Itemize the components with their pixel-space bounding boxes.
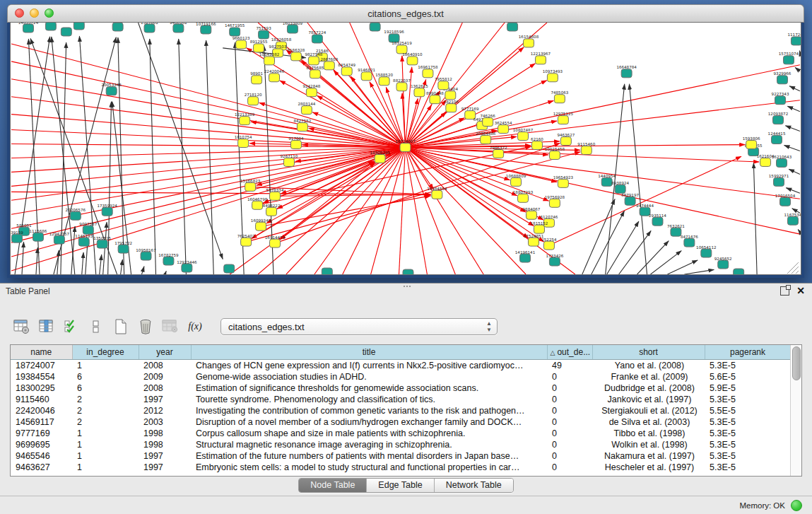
graph-node[interactable] xyxy=(301,106,312,115)
graph-node[interactable] xyxy=(173,24,184,33)
float-panel-icon[interactable] xyxy=(780,286,789,296)
table-row[interactable]: 911546021997Tourette syndrome. Phenomeno… xyxy=(11,394,791,405)
graph-node[interactable] xyxy=(245,182,256,191)
graph-node[interactable] xyxy=(518,132,529,141)
graph-node[interactable] xyxy=(438,81,449,90)
cell-in_degree[interactable]: 1 xyxy=(72,462,139,473)
graph-node[interactable] xyxy=(290,141,301,149)
graph-node[interactable] xyxy=(481,136,491,144)
graph-node[interactable] xyxy=(70,211,81,220)
cell-pagerank[interactable]: 5.3E-5 xyxy=(705,428,791,439)
cell-out[interactable]: 0 xyxy=(547,394,592,405)
graph-node[interactable] xyxy=(549,199,560,207)
graph-node[interactable] xyxy=(341,67,352,76)
graph-node[interactable] xyxy=(312,35,322,43)
graph-node[interactable] xyxy=(236,40,247,49)
graph-node[interactable] xyxy=(144,24,155,33)
cell-short[interactable]: Jankovic et al. (1997) xyxy=(592,394,705,405)
graph-node[interactable] xyxy=(543,241,554,250)
zoom-window-button[interactable] xyxy=(45,8,54,18)
cell-pagerank[interactable]: 5.3E-5 xyxy=(705,450,791,462)
cell-title[interactable]: Corpus callosum shape and size in male p… xyxy=(191,428,547,439)
graph-node[interactable] xyxy=(558,116,568,124)
graph-node[interactable] xyxy=(526,211,537,219)
cell-in_degree[interactable]: 6 xyxy=(72,382,139,394)
graph-node[interactable] xyxy=(787,216,798,225)
graph-node[interactable] xyxy=(615,185,625,193)
graph-node[interactable] xyxy=(549,257,560,266)
graph-node[interactable] xyxy=(97,240,107,248)
graph-node[interactable] xyxy=(518,194,529,202)
graph-node[interactable] xyxy=(498,125,509,134)
cell-pagerank[interactable]: 5.9E-5 xyxy=(705,382,791,394)
graph-node[interactable] xyxy=(283,158,294,166)
cell-in_degree[interactable]: 6 xyxy=(72,371,139,382)
graph-node[interactable] xyxy=(23,24,34,33)
cell-pagerank[interactable]: 5.3E-5 xyxy=(705,439,791,450)
graph-node[interactable] xyxy=(581,146,592,155)
network-window-titlebar[interactable]: citations_edges.txt xyxy=(7,4,804,23)
graph-node[interactable] xyxy=(772,136,782,144)
graph-node[interactable] xyxy=(780,197,791,206)
graph-node[interactable] xyxy=(493,149,504,158)
column-header-out[interactable]: △out_de... xyxy=(547,345,592,360)
cell-in_degree[interactable]: 1 xyxy=(72,450,139,462)
cell-out[interactable]: 0 xyxy=(547,428,592,439)
graph-node[interactable] xyxy=(54,235,64,244)
graph-node[interactable] xyxy=(423,69,433,78)
cell-in_degree[interactable]: 2 xyxy=(72,394,139,405)
graph-node[interactable] xyxy=(45,23,56,30)
close-window-button[interactable] xyxy=(15,8,24,18)
graph-node[interactable] xyxy=(375,154,385,163)
cell-name[interactable]: 9777169 xyxy=(11,428,72,439)
graph-node[interactable] xyxy=(400,144,411,152)
graph-node[interactable] xyxy=(554,95,565,103)
graph-node[interactable] xyxy=(560,137,571,146)
cell-year[interactable]: 1997 xyxy=(139,394,191,405)
graph-node[interactable] xyxy=(531,141,542,150)
graph-node[interactable] xyxy=(270,192,281,200)
cell-out[interactable]: 49 xyxy=(547,360,592,372)
graph-node[interactable] xyxy=(773,116,784,124)
graph-node[interactable] xyxy=(445,91,456,100)
cell-year[interactable]: 2008 xyxy=(139,382,191,394)
panel-splitter-handle[interactable] xyxy=(403,285,411,288)
column-header-year[interactable]: year xyxy=(139,345,191,360)
cell-name[interactable]: 18724007 xyxy=(11,360,72,372)
cell-out[interactable]: 0 xyxy=(547,382,592,394)
cell-in_degree[interactable]: 2 xyxy=(72,416,139,428)
cell-pagerank[interactable]: 5.3E-5 xyxy=(705,462,791,473)
cell-name[interactable]: 14569117 xyxy=(11,416,72,428)
graph-node[interactable] xyxy=(403,269,413,274)
graph-node[interactable] xyxy=(621,69,632,78)
cell-pagerank[interactable]: 5.3E-5 xyxy=(705,360,791,372)
graph-node[interactable] xyxy=(287,25,298,33)
graph-node[interactable] xyxy=(671,228,681,236)
cell-short[interactable]: Tibbo et al. (1998) xyxy=(592,428,705,439)
graph-node[interactable] xyxy=(254,44,264,52)
graph-node[interactable] xyxy=(12,234,23,243)
scrollbar-thumb[interactable] xyxy=(792,346,801,380)
cell-out[interactable]: 0 xyxy=(547,450,592,462)
graph-node[interactable] xyxy=(252,201,263,209)
graph-node[interactable] xyxy=(549,151,560,159)
graph-node[interactable] xyxy=(783,56,794,64)
graph-node[interactable] xyxy=(718,260,729,269)
graph-node[interactable] xyxy=(601,177,612,186)
cell-in_degree[interactable]: 1 xyxy=(72,360,139,372)
graph-node[interactable] xyxy=(775,96,786,105)
graph-node[interactable] xyxy=(240,117,250,125)
cell-name[interactable]: 9699695 xyxy=(11,439,72,450)
cell-name[interactable]: 9463627 xyxy=(11,462,72,473)
clear-selection-button[interactable] xyxy=(87,317,105,336)
cell-short[interactable]: Yano et al. (2008) xyxy=(592,360,705,372)
table-row[interactable]: 969969511998Structural magnetic resonanc… xyxy=(11,439,791,450)
cell-short[interactable]: Dudbridge et al. (2008) xyxy=(592,382,705,394)
cell-title[interactable]: Embryonic stem cells: a model to study s… xyxy=(191,462,547,473)
table-row[interactable]: 946362711997Embryonic stem cells: a mode… xyxy=(11,462,791,473)
column-header-title[interactable]: title xyxy=(191,345,547,360)
cell-pagerank[interactable]: 5.6E-5 xyxy=(705,371,791,382)
close-panel-icon[interactable]: ✕ xyxy=(796,286,805,296)
new-table-button[interactable] xyxy=(112,317,130,336)
graph-node[interactable] xyxy=(230,28,240,36)
